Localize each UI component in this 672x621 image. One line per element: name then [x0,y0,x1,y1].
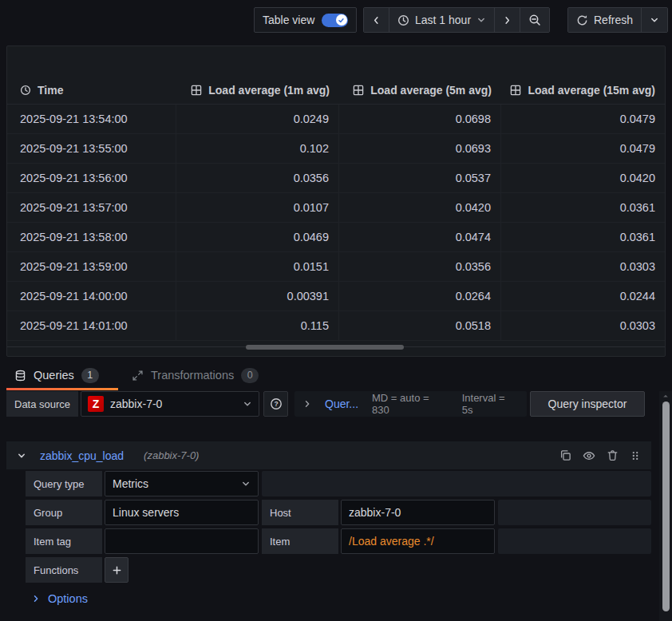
table-row: 2025-09-21 13:56:000.03560.05370.0420 [7,164,665,193]
chevron-left-icon [372,16,381,25]
delete-query-trash-icon[interactable] [607,449,619,461]
table-cell: 0.00391 [176,282,339,310]
query-type-row: Query type Metrics [26,471,651,496]
data-source-value: zabbix-7-0 [110,398,236,410]
interval-stat: Interval = 5s [462,392,518,416]
time-back-button[interactable] [364,8,389,32]
table-cell: 0.0249 [176,105,339,133]
query-row-actions [559,449,641,462]
host-label: Host [262,500,338,525]
queries-pane-scrollbar-track[interactable] [659,391,672,621]
table-cell: 0.0420 [501,164,665,192]
refresh-button[interactable]: Refresh [568,8,641,32]
chevron-down-icon [476,15,486,25]
table-cell: 0.0303 [501,252,665,281]
table-cell: 0.0361 [501,223,665,251]
table-cell: 2025-09-21 14:01:00 [7,311,176,340]
table-cell: 0.0244 [501,282,665,310]
queries-count-badge: 1 [81,368,99,383]
table-cell: 2025-09-21 13:57:00 [7,193,176,222]
table-cell: 2025-09-21 13:54:00 [7,105,176,133]
table-cell: 0.0107 [176,193,339,222]
table-row: 2025-09-21 13:59:000.01510.03560.0303 [7,252,665,282]
max-data-points-stat: MD = auto = 830 [372,392,449,416]
options-toggle[interactable]: Options [32,588,88,609]
zoom-out-icon [528,14,541,26]
zabbix-logo-icon: Z [88,396,104,412]
table-row: 2025-09-21 13:54:000.02490.06980.0479 [7,105,665,134]
query-options-link[interactable]: Quer... [325,398,358,410]
chevron-down-icon [650,15,659,25]
table-row: 2025-09-21 14:00:000.003910.02640.0244 [7,282,665,311]
clock-icon [20,85,31,96]
table-view-label: Table view [263,14,314,26]
row-filler [498,528,651,554]
column-header-load-5m[interactable]: Load average (5m avg) [339,76,501,104]
page: { "topbar": { "table_view_label": "Table… [0,0,672,621]
svg-text:?: ? [274,400,278,408]
zoom-out-button[interactable] [520,8,549,32]
functions-row: Functions [26,557,651,583]
time-range-button[interactable]: Last 1 hour [389,8,494,32]
tab-transformations[interactable]: Transformations 0 [132,363,259,387]
table-cell: 0.0474 [339,223,501,251]
item-label: Item [262,528,338,554]
time-range-label: Last 1 hour [415,14,471,26]
table-panel: Time Load average (1m avg) Load average … [6,45,666,357]
chevron-down-icon [241,479,251,488]
tab-queries[interactable]: Queries 1 [14,363,99,387]
table-cell: 2025-09-21 13:55:00 [7,134,176,163]
group-host-row: Group Linux servers Host zabbix-7-0 [26,500,651,525]
host-input[interactable]: zabbix-7-0 [341,500,495,525]
options-label: Options [48,592,88,605]
query-inspector-button[interactable]: Query inspector [530,391,645,417]
refresh-interval-dropdown[interactable] [641,8,667,32]
table-cell: 0.0479 [501,105,665,133]
transform-icon [132,370,144,382]
item-input[interactable]: /Load average .*/ [341,528,495,554]
table-cell: 0.102 [176,134,339,163]
column-header-load-15m[interactable]: Load average (15m avg) [501,76,665,104]
query-name-link[interactable]: zabbix_cpu_load [40,449,124,462]
scroll-up-arrow-icon[interactable] [662,393,669,399]
duplicate-query-icon[interactable] [559,449,571,461]
table-cell: 2025-09-21 13:58:00 [7,223,176,251]
table-cell: 0.0303 [501,311,665,340]
table-cell: 0.0356 [176,164,339,192]
table-cell: 0.0698 [339,105,501,133]
add-function-button[interactable] [105,557,128,583]
table-cell: 0.0479 [501,134,665,163]
table-cell: 2025-09-21 13:59:00 [7,252,176,281]
help-button[interactable]: ? [263,391,288,417]
query-row-header: zabbix_cpu_load (zabbix-7-0) [6,441,651,469]
table-icon [510,85,521,96]
query-options-bar: Quer... MD = auto = 830 Interval = 5s [294,391,527,417]
table-icon [353,85,364,96]
table-cell: 0.115 [176,311,339,340]
queries-pane-scrollbar-thumb[interactable] [662,401,670,611]
item-tag-input[interactable] [105,528,259,554]
refresh-controls: Refresh [567,7,668,33]
functions-label: Functions [26,557,102,583]
column-header-time[interactable]: Time [7,76,176,104]
data-source-picker[interactable]: Z zabbix-7-0 [81,391,259,417]
table-cell: 0.0151 [176,252,339,281]
collapse-chevron-icon[interactable] [17,451,26,461]
table-row: 2025-09-21 13:58:000.04690.04740.0361 [7,223,665,252]
table-cell: 0.0518 [339,311,501,340]
table-cell: 0.0356 [339,252,501,281]
table-cell: 0.0264 [339,282,501,310]
query-type-select[interactable]: Metrics [105,471,259,496]
clock-icon [397,14,409,26]
table-view-toggle[interactable] [322,14,348,27]
query-type-label: Query type [26,471,102,496]
hide-query-eye-icon[interactable] [583,449,595,462]
drag-handle-icon[interactable] [630,450,641,461]
table-cell: 0.0420 [339,193,501,222]
transformations-count-badge: 0 [241,368,259,383]
group-input[interactable]: Linux servers [105,500,259,525]
table-horizontal-scrollbar[interactable] [246,345,404,350]
toggle-check-icon [336,14,347,26]
column-header-load-1m[interactable]: Load average (1m avg) [176,76,339,104]
time-forward-button[interactable] [494,8,520,32]
